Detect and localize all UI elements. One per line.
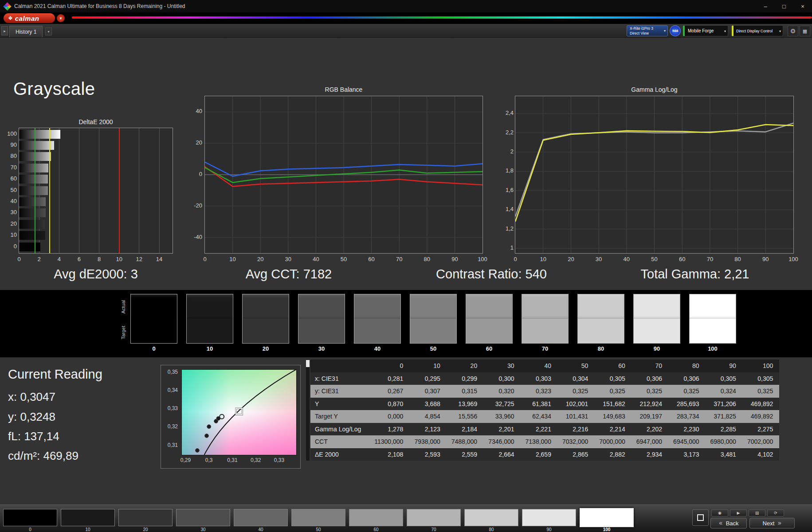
back-button[interactable]: « Back bbox=[710, 518, 747, 528]
swatch-level-label: 10 bbox=[186, 345, 233, 352]
meter-name: X-Rite i1Pro 3 bbox=[630, 26, 653, 31]
table-cell: 151,682 bbox=[594, 398, 631, 411]
layout-button[interactable]: ▦ bbox=[800, 26, 810, 36]
table-cell: 0,325 bbox=[594, 385, 631, 398]
pattern-level-button-100[interactable] bbox=[580, 508, 634, 527]
table-header-cell: 80 bbox=[668, 360, 705, 372]
current-reading-title: Current Reading bbox=[8, 367, 102, 382]
calman-menu-button[interactable]: ❖ calman bbox=[4, 13, 55, 23]
y-tick-label: 0,34 bbox=[161, 387, 178, 393]
pattern-level-button-30[interactable] bbox=[176, 509, 230, 526]
x-tick-label: 90 bbox=[447, 256, 462, 262]
pattern-level-button-20[interactable] bbox=[118, 509, 173, 526]
loop-button[interactable]: ⟳ bbox=[767, 509, 784, 516]
reference-line bbox=[119, 128, 120, 253]
pattern-level-button-10[interactable] bbox=[61, 509, 115, 526]
snapshot-button[interactable]: ◉ bbox=[711, 509, 728, 516]
close-button[interactable]: × bbox=[793, 0, 812, 12]
report-button[interactable]: ▤ bbox=[749, 509, 765, 516]
strip-actual-label: Actual bbox=[121, 295, 126, 318]
table-cell: 2,221 bbox=[521, 423, 557, 436]
stat-total-gamma: Total Gamma: 2,21 bbox=[611, 267, 779, 282]
table-header-cell bbox=[310, 360, 373, 372]
y-tick-label: 0,33 bbox=[161, 405, 178, 411]
gridline bbox=[99, 128, 99, 253]
x-tick-label: 100 bbox=[786, 256, 800, 262]
table-cell: 2,593 bbox=[409, 448, 446, 461]
table-scrollbar-thumb[interactable] bbox=[306, 360, 310, 367]
pattern-level-button-80[interactable] bbox=[464, 509, 518, 526]
pattern-level-label: 20 bbox=[118, 527, 173, 532]
deltae-bar-60 bbox=[19, 175, 48, 184]
pattern-level-button-60[interactable] bbox=[349, 509, 403, 526]
table-header-cell: 70 bbox=[632, 360, 668, 372]
gamma-x-axis: 0102030405060708090100 bbox=[515, 256, 794, 264]
table-cell: 2,214 bbox=[594, 423, 631, 436]
pattern-level-button-50[interactable] bbox=[291, 509, 345, 526]
table-cell: 371,825 bbox=[706, 410, 742, 423]
calman-menu-caret[interactable]: ▾ bbox=[57, 14, 65, 22]
swatch-target bbox=[298, 319, 345, 343]
cie-y-axis: 0,350,340,330,320,31 bbox=[161, 369, 180, 455]
table-cell: 2,934 bbox=[632, 448, 668, 461]
deltae-y-axis: 1009080706050403020100 bbox=[1, 128, 17, 254]
swatch-actual bbox=[187, 294, 233, 319]
y-tick-label: 70 bbox=[1, 164, 17, 171]
pattern-level-button-70[interactable] bbox=[407, 509, 461, 526]
table-cell: 0,320 bbox=[483, 385, 520, 398]
table-cell: 33,960 bbox=[483, 410, 520, 423]
swatch-level-label: 0 bbox=[130, 345, 177, 352]
pattern-level-button-40[interactable] bbox=[234, 509, 288, 526]
deltae-bar-100 bbox=[19, 130, 60, 139]
x-tick-label: 40 bbox=[309, 256, 323, 262]
source-dropdown[interactable]: Mobile Forge ▾ bbox=[683, 25, 728, 36]
x-tick-label: 100 bbox=[475, 256, 490, 262]
chevron-down-icon: ▾ bbox=[724, 29, 726, 33]
table-cell: 0,315 bbox=[447, 385, 483, 398]
window-title: Calman 2021 Calman Ultimate for Business… bbox=[14, 3, 185, 9]
reference-line bbox=[49, 128, 50, 253]
meter-status-badge[interactable]: 588 bbox=[670, 25, 681, 36]
settings-button[interactable]: ⚙ bbox=[788, 26, 798, 36]
loop-icon: ⟳ bbox=[774, 511, 777, 515]
minimize-button[interactable]: – bbox=[756, 0, 775, 12]
calman-logo-icon: ❖ bbox=[8, 15, 13, 21]
swatch-actual bbox=[522, 294, 568, 319]
table-scrollbar[interactable] bbox=[306, 360, 310, 461]
gamma-y-axis: 2,42,221,81,61,41,21 bbox=[492, 96, 514, 254]
swatch-target bbox=[690, 319, 736, 343]
tab-history[interactable]: History 1 bbox=[9, 26, 43, 37]
next-button[interactable]: Next » bbox=[749, 518, 795, 528]
x-tick-label: 40 bbox=[620, 256, 634, 262]
table-cell: 0,300 bbox=[483, 372, 520, 385]
swatch-target bbox=[466, 319, 512, 343]
tab-menu-button[interactable]: ▾ bbox=[45, 27, 52, 35]
rgb-balance-chart-title: RGB Balance bbox=[204, 86, 483, 93]
table-cell: 2,275 bbox=[742, 423, 779, 436]
display-control-dropdown[interactable]: Direct Display Control ▾ bbox=[732, 25, 783, 36]
table-cell: 6980,000 bbox=[706, 435, 742, 448]
history-panel-toggle[interactable]: ▸ bbox=[1, 26, 8, 35]
x-tick-label: 0,33 bbox=[271, 457, 287, 463]
swatch-level-label: 30 bbox=[298, 345, 345, 352]
grayscale-swatch-90 bbox=[633, 294, 680, 344]
table-cell: 0,306 bbox=[668, 372, 705, 385]
deltae-bar-30 bbox=[19, 208, 46, 217]
swatch-target bbox=[354, 319, 400, 343]
table-cell: 0,307 bbox=[409, 385, 446, 398]
maximize-button[interactable]: □ bbox=[775, 0, 793, 12]
pattern-window-button[interactable] bbox=[692, 509, 709, 526]
chevron-right-icon: ▸ bbox=[4, 29, 6, 33]
play-icon: ▶ bbox=[737, 511, 740, 515]
table-header-cell: 30 bbox=[483, 360, 520, 372]
swatch-actual bbox=[466, 294, 512, 319]
pattern-level-button-90[interactable] bbox=[522, 509, 576, 526]
swatch-actual bbox=[690, 294, 736, 319]
y-tick-label: 0 bbox=[1, 243, 17, 250]
pattern-level-label: 50 bbox=[291, 527, 345, 532]
y-tick-label: 0,35 bbox=[161, 369, 178, 375]
play-button[interactable]: ▶ bbox=[730, 509, 747, 516]
pattern-level-button-0[interactable] bbox=[3, 509, 57, 526]
gridline bbox=[139, 128, 139, 253]
meter-dropdown[interactable]: X-Rite i1Pro 3 Direct View ▾ bbox=[627, 25, 668, 36]
